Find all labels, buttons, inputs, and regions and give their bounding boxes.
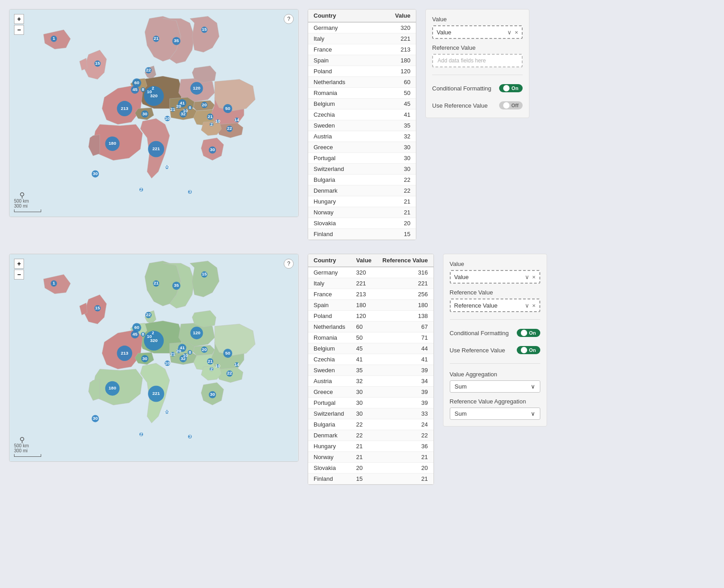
table-row: Switzerland30 bbox=[308, 164, 416, 175]
bottom-cf-toggle-circle bbox=[521, 330, 527, 336]
svg-text:⚲: ⚲ bbox=[19, 436, 25, 444]
list-item: 41 bbox=[377, 354, 433, 365]
bottom-value-section: Value Value ∨ × bbox=[450, 261, 540, 284]
list-item: 221 bbox=[377, 278, 433, 289]
svg-text:2: 2 bbox=[140, 187, 143, 192]
bottom-table-col1-header: Country bbox=[308, 254, 351, 267]
list-item: Spain bbox=[308, 300, 351, 311]
list-item: 21 bbox=[377, 452, 433, 463]
top-table: Country Value Germany320Italy221France21… bbox=[308, 9, 416, 240]
top-row: + − ? bbox=[9, 9, 715, 240]
list-item: 34 bbox=[377, 376, 433, 387]
list-item: Bulgaria bbox=[308, 419, 351, 430]
list-item: Switzerland bbox=[308, 164, 375, 175]
table-row: Slovakia2020 bbox=[308, 463, 433, 474]
svg-text:30: 30 bbox=[93, 171, 98, 176]
bottom-value-label: Value bbox=[450, 261, 540, 267]
bottom-table: Country Value Reference Value Germany320… bbox=[308, 254, 433, 484]
bottom-cf-toggle-state: On bbox=[529, 330, 536, 336]
table-row: Portugal3039 bbox=[308, 398, 433, 408]
top-conditional-formatting-toggle[interactable]: On bbox=[499, 84, 523, 92]
bottom-value-agg-select[interactable]: Sum ∨ bbox=[450, 380, 540, 393]
bottom-conditional-formatting-toggle[interactable]: On bbox=[517, 329, 540, 337]
top-ref-dropzone[interactable]: Add data fields here bbox=[432, 54, 523, 67]
list-item: Austria bbox=[308, 376, 351, 387]
table-row: Germany320316 bbox=[308, 267, 433, 278]
table-row: Austria32 bbox=[308, 131, 416, 142]
top-value-section: Value Value ∨ × bbox=[432, 16, 523, 39]
table-row: Romania5071 bbox=[308, 332, 433, 343]
top-value-label: Value bbox=[432, 16, 523, 23]
list-item: Germany bbox=[308, 22, 375, 33]
list-item: 22 bbox=[351, 419, 377, 430]
list-item: 138 bbox=[377, 311, 433, 322]
top-value-field-actions: ∨ × bbox=[507, 29, 518, 36]
bottom-zoom-out-button[interactable]: − bbox=[14, 270, 24, 280]
bottom-data-table: Country Value Reference Value Germany320… bbox=[308, 254, 434, 485]
bottom-value-field[interactable]: Value ∨ × bbox=[450, 270, 540, 284]
list-item: 180 bbox=[375, 55, 416, 66]
bottom-use-ref-toggle[interactable]: On bbox=[517, 346, 540, 354]
top-conditional-formatting-label: Conditional Formatting bbox=[432, 85, 491, 92]
bottom-ref-field[interactable]: Reference Value ∨ × bbox=[450, 299, 540, 312]
bottom-value-close-icon[interactable]: × bbox=[532, 274, 536, 280]
list-item: 15 bbox=[351, 474, 377, 484]
svg-text:15: 15 bbox=[95, 305, 100, 310]
top-value-field[interactable]: Value ∨ × bbox=[432, 25, 523, 39]
table-row: Belgium45 bbox=[308, 99, 416, 109]
list-item: Czechia bbox=[308, 354, 351, 365]
list-item: Denmark bbox=[308, 185, 375, 196]
bottom-map-scale: 500 km 300 mi bbox=[14, 443, 41, 457]
list-item: Hungary bbox=[308, 196, 375, 207]
table-row: Norway2121 bbox=[308, 452, 433, 463]
svg-text:30: 30 bbox=[210, 147, 215, 152]
bottom-ref-close-icon[interactable]: × bbox=[532, 302, 536, 309]
main-layout: + − ? bbox=[9, 9, 715, 485]
table-row: Poland120 bbox=[308, 66, 416, 77]
top-zoom-out-button[interactable]: − bbox=[14, 25, 24, 35]
list-item: Romania bbox=[308, 332, 351, 343]
top-conditional-formatting-row: Conditional Formatting On bbox=[432, 82, 523, 94]
bottom-ref-agg-select[interactable]: Sum ∨ bbox=[450, 408, 540, 420]
list-item: 35 bbox=[375, 120, 416, 131]
list-item: France bbox=[308, 44, 375, 55]
svg-text:21: 21 bbox=[170, 351, 176, 356]
top-value-chevron-icon[interactable]: ∨ bbox=[507, 29, 512, 36]
bottom-zoom-in-button[interactable]: + bbox=[14, 259, 24, 269]
table-row: Portugal30 bbox=[308, 153, 416, 164]
list-item: Hungary bbox=[308, 441, 351, 452]
svg-text:1: 1 bbox=[52, 280, 55, 285]
list-item: Sweden bbox=[308, 120, 375, 131]
list-item: Greece bbox=[308, 387, 351, 398]
top-value-close-icon[interactable]: × bbox=[514, 29, 518, 36]
top-value-field-text: Value bbox=[437, 29, 451, 36]
table-row: Finland15 bbox=[308, 229, 416, 240]
svg-text:30: 30 bbox=[143, 111, 148, 116]
svg-text:10: 10 bbox=[183, 353, 188, 358]
top-table-col1-header: Country bbox=[308, 9, 375, 22]
top-map-help-button[interactable]: ? bbox=[284, 14, 294, 24]
list-item: 45 bbox=[375, 99, 416, 109]
bottom-value-chevron-icon[interactable]: ∨ bbox=[525, 274, 529, 280]
list-item: 20 bbox=[377, 463, 433, 474]
svg-text:2: 2 bbox=[152, 330, 154, 335]
svg-text:60: 60 bbox=[134, 80, 140, 85]
table-row: Switzerland3033 bbox=[308, 408, 433, 419]
list-item: Romania bbox=[308, 88, 375, 99]
top-use-ref-toggle[interactable]: Off bbox=[499, 101, 523, 109]
top-zoom-in-button[interactable]: + bbox=[14, 14, 24, 24]
bottom-ref-chevron-icon[interactable]: ∨ bbox=[525, 302, 529, 309]
svg-text:8: 8 bbox=[142, 332, 144, 337]
bottom-conditional-formatting-row: Conditional Formatting On bbox=[450, 327, 540, 339]
table-row: Bulgaria22 bbox=[308, 175, 416, 185]
table-row: Slovakia20 bbox=[308, 218, 416, 229]
list-item: France bbox=[308, 289, 351, 300]
svg-text:50: 50 bbox=[225, 351, 231, 356]
bottom-ref-field-text: Reference Value bbox=[454, 302, 498, 309]
table-row: Spain180 bbox=[308, 55, 416, 66]
bottom-divider1 bbox=[450, 319, 540, 320]
top-map-scale: 500 km 300 mi bbox=[14, 199, 41, 212]
list-item: 24 bbox=[377, 419, 433, 430]
bottom-map-help-button[interactable]: ? bbox=[284, 259, 294, 269]
svg-text:15: 15 bbox=[202, 271, 207, 276]
